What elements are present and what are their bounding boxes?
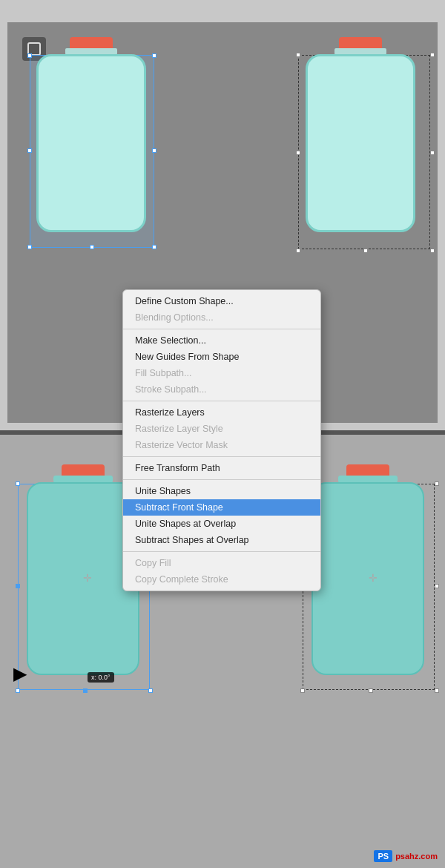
handle-bl[interactable] — [27, 245, 32, 249]
cursor-arrow-icon: ▶ — [13, 665, 27, 683]
ps-logo: PS — [374, 850, 392, 862]
rb-handle-bl[interactable] — [300, 688, 305, 693]
rb-handle-br[interactable] — [435, 688, 439, 693]
b-handle-tl[interactable] — [16, 481, 20, 486]
menu-item-fill-subpath: Fill Subpath... — [123, 365, 320, 381]
context-menu[interactable]: Define Custom Shape... Blending Options.… — [122, 289, 321, 591]
handle-tr[interactable] — [152, 53, 156, 58]
rb-handle-tr[interactable] — [435, 481, 439, 486]
menu-item-free-transform-path[interactable]: Free Transform Path — [123, 460, 320, 476]
top-canvas-section: Define Custom Shape... Blending Options.… — [0, 0, 445, 430]
coord-badge-left: x: 0.0° — [88, 672, 114, 683]
right-jar-container — [306, 37, 415, 232]
menu-item-copy-fill: Copy Fill — [123, 555, 320, 571]
left-jar-container — [30, 37, 146, 232]
handle-mr-r[interactable] — [430, 151, 435, 155]
menu-separator-3 — [123, 456, 320, 457]
right-bottom-jar-container: ✛ — [309, 464, 424, 675]
handle-ml[interactable] — [27, 148, 32, 153]
menu-item-rasterize-layer-style: Rasterize Layer Style — [123, 421, 320, 437]
jar-lid-red-left — [70, 37, 113, 49]
menu-item-define-custom-shape[interactable]: Define Custom Shape... — [123, 293, 320, 309]
left-bottom-jar-container: x: 0.0° ✛ — [21, 464, 139, 675]
handle-tl[interactable] — [27, 53, 32, 58]
menu-item-unite-shapes-overlap[interactable]: Unite Shapes at Overlap — [123, 516, 320, 532]
menu-item-blending-options: Blending Options... — [123, 309, 320, 326]
menu-item-subtract-front-shape[interactable]: Subtract Front Shape — [123, 499, 320, 516]
jar-lid-red-right — [339, 37, 382, 49]
menu-item-rasterize-vector-mask: Rasterize Vector Mask — [123, 437, 320, 453]
handle-bc-r[interactable] — [363, 249, 368, 253]
move-cross-left: ✛ — [83, 572, 92, 584]
b-handle-bc[interactable] — [83, 688, 88, 693]
handle-tr-r[interactable] — [430, 53, 435, 57]
menu-item-subtract-shapes-overlap[interactable]: Subtract Shapes at Overlap — [123, 532, 320, 548]
b-handle-bl[interactable] — [16, 688, 20, 693]
jar-body-right — [306, 54, 415, 232]
handle-bc[interactable] — [90, 245, 94, 249]
menu-item-unite-shapes[interactable]: Unite Shapes — [123, 483, 320, 499]
watermark-site: psahz.com — [395, 852, 438, 861]
rb-handle-bc[interactable] — [369, 688, 373, 693]
b-jar-body-right — [312, 482, 424, 675]
rb-handle-mr[interactable] — [435, 584, 439, 588]
menu-separator-2 — [123, 401, 320, 401]
handle-mr[interactable] — [152, 148, 156, 153]
handle-tl-r[interactable] — [296, 53, 300, 57]
handle-ml-r[interactable] — [296, 151, 300, 155]
b-handle-ml[interactable] — [16, 584, 20, 588]
menu-item-rasterize-layers[interactable]: Rasterize Layers — [123, 404, 320, 421]
menu-item-stroke-subpath: Stroke Subpath... — [123, 381, 320, 398]
menu-separator-1 — [123, 329, 320, 329]
menu-item-new-guides[interactable]: New Guides From Shape — [123, 349, 320, 365]
handle-bl-r[interactable] — [296, 249, 300, 253]
b-jar-lid-red-right — [346, 464, 389, 476]
menu-separator-5 — [123, 551, 320, 552]
jar-body-left — [36, 54, 146, 232]
handle-br[interactable] — [152, 245, 156, 249]
menu-separator-4 — [123, 479, 320, 480]
b-handle-br[interactable] — [148, 688, 153, 693]
move-cross-right: ✛ — [369, 572, 378, 584]
watermark: PS psahz.com — [374, 850, 438, 862]
b-jar-lid-red-left — [62, 464, 105, 476]
menu-item-copy-complete-stroke: Copy Complete Stroke — [123, 571, 320, 588]
menu-item-make-selection[interactable]: Make Selection... — [123, 332, 320, 349]
handle-br-r[interactable] — [430, 249, 435, 253]
